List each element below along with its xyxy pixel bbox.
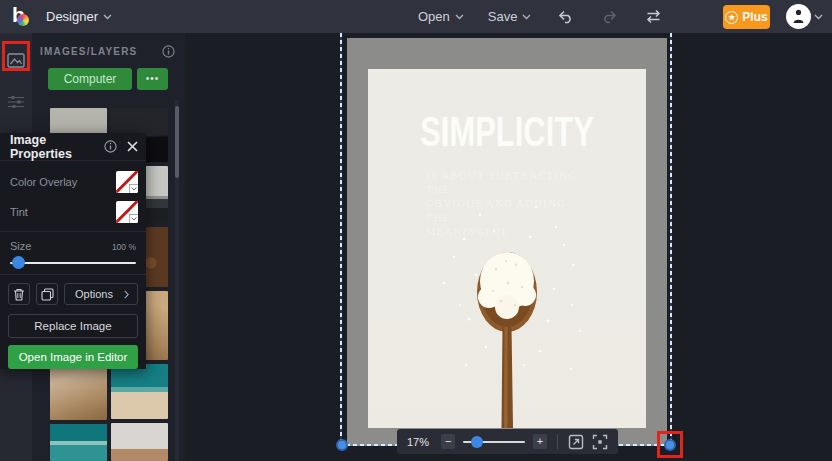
- star-icon: ★: [725, 11, 738, 24]
- designer-app: b Designer Open Save: [0, 0, 832, 461]
- zoom-slider-handle[interactable]: [471, 436, 483, 448]
- zoom-level-value: 17%: [407, 436, 433, 448]
- image-thumbnail-ocean-wave[interactable]: [50, 424, 107, 461]
- avatar: [786, 4, 811, 29]
- size-label: Size: [10, 240, 31, 252]
- computer-upload-button[interactable]: Computer: [48, 68, 132, 90]
- zoom-slider[interactable]: [463, 435, 525, 449]
- image-thumbnail-sand-dune[interactable]: [111, 423, 168, 461]
- chevron-down-icon: [455, 14, 464, 20]
- tint-label: Tint: [10, 206, 28, 218]
- zoom-out-button[interactable]: −: [441, 434, 455, 449]
- annotation-box-resize-handle: [657, 431, 683, 458]
- panel-title: IMAGES/LAYERS: [40, 46, 137, 57]
- size-slider[interactable]: [10, 256, 136, 270]
- resize-canvas-button[interactable]: [568, 433, 584, 450]
- person-icon: [792, 9, 805, 24]
- open-image-in-editor-button[interactable]: Open Image in Editor: [8, 345, 138, 369]
- duplicate-icon: [41, 288, 54, 301]
- befunky-logo-icon[interactable]: b: [10, 5, 32, 29]
- artboard[interactable]: SIMPLICITY IS ABOUT SUBTRACTING THE OBVI…: [347, 38, 667, 446]
- redo-button[interactable]: [599, 8, 619, 26]
- fit-to-screen-button[interactable]: [592, 433, 608, 450]
- rail-item-adjust[interactable]: [0, 87, 32, 117]
- tint-swatch[interactable]: [116, 201, 138, 223]
- open-menu[interactable]: Open: [418, 9, 464, 24]
- toolbar-divider: [557, 434, 558, 449]
- properties-title: Image Properties: [10, 133, 104, 161]
- selection-border-left: [340, 33, 342, 445]
- plus-label: Plus: [742, 10, 767, 24]
- chevron-right-icon: [124, 290, 129, 299]
- undo-button[interactable]: [555, 8, 575, 26]
- close-icon[interactable]: [127, 141, 138, 152]
- selection-border-right: [670, 33, 672, 445]
- app-mode-menu[interactable]: Designer: [46, 9, 112, 24]
- delete-image-button[interactable]: [8, 283, 30, 305]
- info-icon[interactable]: [104, 140, 117, 153]
- scrollbar-thumb[interactable]: [175, 106, 179, 178]
- image-thumbnail-beach-aerial[interactable]: [111, 364, 168, 419]
- chevron-down-icon: [522, 14, 531, 20]
- fit-screen-icon: [592, 434, 608, 450]
- chevron-down-icon: [131, 187, 137, 191]
- size-slider-track: [10, 262, 136, 264]
- size-value: 100 %: [112, 242, 136, 252]
- plus-upgrade-button[interactable]: ★ Plus: [723, 5, 770, 29]
- color-overlay-label: Color Overlay: [10, 176, 77, 188]
- account-menu[interactable]: [786, 4, 823, 29]
- swatch-dropdown[interactable]: [129, 184, 138, 193]
- replace-image-button[interactable]: Replace Image: [8, 314, 138, 338]
- save-label: Save: [488, 9, 518, 24]
- zoom-toolbar: 17% − +: [397, 429, 618, 454]
- chevron-down-icon: [103, 14, 112, 20]
- save-menu[interactable]: Save: [488, 9, 532, 24]
- transfer-icon: [645, 9, 662, 24]
- expand-icon: [568, 434, 584, 450]
- options-button[interactable]: Options: [64, 283, 138, 305]
- redo-icon: [601, 10, 618, 24]
- color-overlay-swatch[interactable]: [116, 171, 138, 193]
- chevron-down-icon: [814, 14, 823, 20]
- open-label: Open: [418, 9, 450, 24]
- image-properties-panel: Image Properties Color Overlay Tint: [0, 133, 146, 369]
- more-sources-button[interactable]: •••: [137, 68, 168, 90]
- size-slider-handle[interactable]: [12, 256, 25, 269]
- zoom-in-button[interactable]: +: [533, 434, 547, 449]
- trash-icon: [13, 288, 25, 301]
- sliders-icon: [8, 95, 24, 109]
- annotation-box-images-tool: [2, 41, 30, 71]
- chevron-down-icon: [131, 217, 137, 221]
- poster-image-layer[interactable]: SIMPLICITY IS ABOUT SUBTRACTING THE OBVI…: [368, 69, 646, 428]
- top-bar: b Designer Open Save: [0, 0, 832, 33]
- selection-handle-bottom-left[interactable]: [336, 439, 348, 451]
- switch-editor-button[interactable]: [643, 8, 663, 26]
- poster-title-text[interactable]: SIMPLICITY: [407, 107, 607, 156]
- swatch-dropdown[interactable]: [129, 214, 138, 223]
- tint-row: Tint: [0, 197, 146, 227]
- logo-rainbow-circle: [17, 14, 29, 26]
- app-mode-label: Designer: [46, 9, 98, 24]
- color-overlay-row: Color Overlay: [0, 167, 146, 197]
- duplicate-image-button[interactable]: [36, 283, 58, 305]
- canvas-area[interactable]: SIMPLICITY IS ABOUT SUBTRACTING THE OBVI…: [185, 33, 832, 461]
- image-thumbnail-beach-grass[interactable]: [50, 364, 107, 420]
- undo-icon: [557, 10, 574, 24]
- options-label: Options: [75, 288, 113, 300]
- panel-scrollbar[interactable]: [175, 100, 179, 461]
- info-icon[interactable]: [162, 45, 175, 58]
